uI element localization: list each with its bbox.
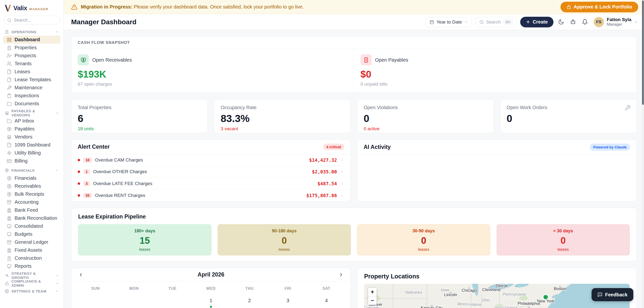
- sidebar-item-dashboard[interactable]: Dashboard: [3, 36, 60, 44]
- sidebar-item-vendors[interactable]: Vendors: [3, 133, 60, 141]
- sidebar-item-properties[interactable]: Properties: [3, 44, 60, 52]
- svg-text:Pennsylvania: Pennsylvania: [503, 292, 526, 296]
- create-button[interactable]: Create: [520, 17, 553, 27]
- sidebar-item-lease-templates[interactable]: Lease Templates: [3, 76, 60, 84]
- cash-flow-title: CASH FLOW SNAPSHOT: [71, 37, 636, 49]
- tool-icon: [7, 85, 12, 90]
- moon-icon: [558, 19, 564, 25]
- calendar-day-1[interactable]: 1: [192, 294, 230, 308]
- sidebar-item-payables[interactable]: Payables: [3, 125, 60, 133]
- stats-row: Total Properties 6 18 units Occupancy Ra…: [71, 99, 637, 133]
- sidebar-item-budgets[interactable]: Budgets: [3, 230, 60, 238]
- user-menu[interactable]: FS Fation Syla Manager: [594, 17, 638, 27]
- sidebar-item-documents[interactable]: Documents: [3, 100, 60, 108]
- map-zoom-out-button[interactable]: −: [368, 296, 377, 305]
- monitor-icon: [7, 232, 12, 237]
- ai-activity-title: AI Activity: [364, 144, 391, 150]
- calendar-day-empty: [153, 294, 192, 308]
- calendar-day-empty: [115, 294, 154, 308]
- alert-row-rent[interactable]: 53 Overdue RENT Charges $175,867.86: [71, 190, 350, 202]
- tool-icon: [624, 105, 631, 111]
- sidebar-item-fixed-assets[interactable]: Fixed Assets: [3, 246, 60, 254]
- alert-count-badge: 10: [84, 157, 92, 163]
- brand-logo[interactable]: Valix MANAGER: [3, 3, 60, 15]
- feedback-button[interactable]: Feedback: [592, 288, 633, 301]
- clipboard-icon: [7, 93, 12, 98]
- user-name: Fation Syla: [607, 17, 632, 22]
- dashboard-content: CASH FLOW SNAPSHOT Open Receivables $193…: [64, 30, 644, 308]
- svg-text:Boston: Boston: [554, 287, 566, 291]
- payables-label: Open Payables: [375, 57, 408, 63]
- search-icon: [7, 18, 12, 22]
- approve-lock-portfolio-button[interactable]: Approve & Lock Portfolio: [560, 2, 638, 12]
- sidebar-item-construction[interactable]: Construction: [3, 254, 60, 262]
- sidebar-search[interactable]: [4, 16, 60, 24]
- building-icon: [7, 45, 12, 50]
- cash-flow-snapshot-card: CASH FLOW SNAPSHOT Open Receivables $193…: [71, 36, 637, 93]
- pipeline-bucket-180-plus: 180+ days 15 leases: [78, 224, 212, 255]
- calendar-month-label: April 2026: [84, 271, 338, 278]
- map-zoom-in-button[interactable]: +: [368, 288, 377, 296]
- alert-count-badge: 1: [84, 169, 90, 174]
- sidebar-item-leases[interactable]: Leases: [3, 68, 60, 76]
- sidebar-item-receivables[interactable]: Receivables: [3, 182, 60, 190]
- sidebar-item-prospects[interactable]: Prospects: [3, 52, 60, 60]
- sidebar-item-financials[interactable]: Financials: [3, 174, 60, 182]
- chevron-right-icon[interactable]: [338, 272, 344, 278]
- page-title: Manager Dashboard: [71, 18, 136, 26]
- scrollbar-thumb[interactable]: [642, 0, 644, 105]
- alert-row-late-fee[interactable]: 3 Overdue LATE FEE Charges $487.54: [71, 178, 350, 190]
- chevron-down-icon: [464, 20, 468, 24]
- feedback-icon: [598, 292, 602, 297]
- calendar-day-4[interactable]: 4: [307, 294, 346, 308]
- sidebar-section-settings-team[interactable]: SETTINGS & TEAM: [3, 287, 60, 295]
- sidebar-item-bulk-receipts[interactable]: Bulk Receipts: [3, 190, 60, 198]
- calendar-day-empty: [76, 294, 115, 308]
- map-canvas[interactable]: Detroit Chicago Cleveland Boston Lincoln…: [364, 284, 630, 308]
- sidebar-item-accounting[interactable]: Accounting: [3, 198, 60, 206]
- alert-dot: [78, 159, 80, 161]
- svg-text:Nebraska: Nebraska: [406, 290, 422, 295]
- sidebar-item-billing[interactable]: Billing: [3, 157, 60, 165]
- dark-mode-toggle[interactable]: [557, 18, 565, 26]
- sidebar-item-ap-inbox[interactable]: AP Inbox: [3, 117, 60, 125]
- receivables-sub: 67 open charges: [78, 81, 348, 87]
- calendar-card: April 2026 SUN MON TUE WED THU FRI SAT: [71, 268, 351, 308]
- svg-text:Illinois: Illinois: [457, 302, 468, 306]
- chevron-right-icon: [340, 170, 344, 174]
- sidebar-item-tenants[interactable]: Tenants: [3, 60, 60, 68]
- user-role: Manager: [607, 22, 632, 27]
- alert-row-cam[interactable]: 10 Overdue CAM Charges $14,427.32: [71, 154, 350, 166]
- sidebar-section-compliance-admin[interactable]: COMPLIANCE & ADMIN: [3, 279, 60, 287]
- sidebar-item-utility-billing[interactable]: Utility Billing: [3, 149, 60, 157]
- dollar-icon: [7, 184, 12, 189]
- sidebar-section-payables-vendors[interactable]: PAYABLES & VENDORS: [3, 109, 60, 117]
- notifications-button[interactable]: [581, 18, 589, 26]
- alert-dot: [78, 182, 80, 185]
- critical-badge: 4 critical: [323, 144, 344, 150]
- global-search[interactable]: Search ⌘K: [476, 17, 517, 27]
- sidebar-item-general-ledger[interactable]: General Ledger: [3, 238, 60, 246]
- sidebar-item-reports[interactable]: Reports: [3, 262, 60, 270]
- sidebar-section-operations[interactable]: OPERATIONS: [3, 28, 60, 36]
- chevron-left-icon[interactable]: [78, 272, 84, 278]
- gear-icon: [5, 289, 9, 293]
- sidebar-item-bank-feed[interactable]: Bank Feed: [3, 206, 60, 214]
- sidebar-search-input[interactable]: [14, 18, 56, 23]
- sidebar-item-1099-dashboard[interactable]: 1099 Dashboard: [3, 141, 60, 149]
- sidebar-item-inspections[interactable]: Inspections: [3, 92, 60, 100]
- sidebar-item-consolidated[interactable]: Consolidated: [3, 222, 60, 230]
- calendar-day-3[interactable]: 3: [269, 294, 307, 308]
- chevron-down-icon: [55, 289, 59, 293]
- calendar-day-2[interactable]: 2: [230, 294, 269, 308]
- alert-row-other[interactable]: 1 Overdue OTHER Charges $2,035.00: [71, 166, 350, 178]
- sidebar-section-strategy-growth[interactable]: STRATEGY & GROWTH: [3, 272, 60, 279]
- sidebar-section-financials[interactable]: FINANCIALS: [3, 166, 60, 174]
- card-icon: [7, 159, 12, 163]
- payables-value: $0: [360, 69, 630, 80]
- ai-assistant-button[interactable]: [569, 18, 577, 26]
- date-range-filter[interactable]: Year to Date: [426, 17, 472, 27]
- sidebar-item-maintenance[interactable]: Maintenance: [3, 84, 60, 92]
- sidebar-item-bank-reconciliation[interactable]: Bank Reconciliation: [3, 214, 60, 222]
- event-dot: [210, 306, 212, 308]
